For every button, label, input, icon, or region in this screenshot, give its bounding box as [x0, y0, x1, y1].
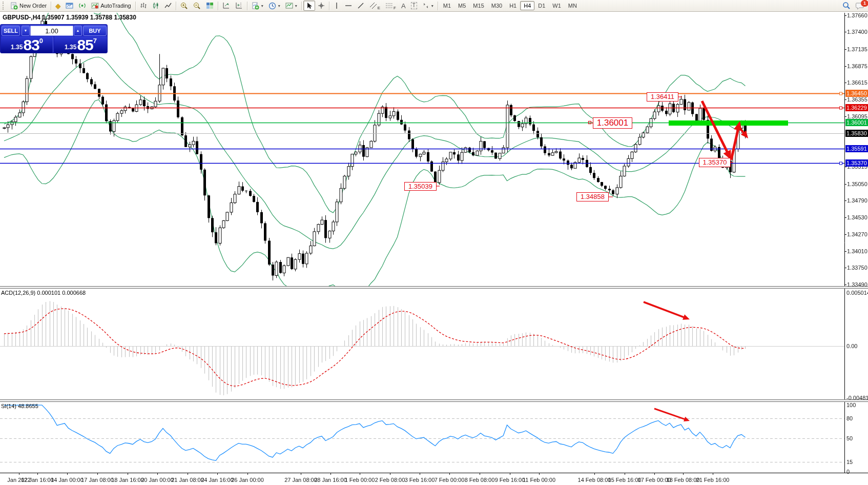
chart-shift-button[interactable]: [233, 1, 245, 11]
channel-tool-button[interactable]: E: [367, 1, 383, 11]
fibonacci-letter: F: [394, 6, 396, 10]
price-tick: 1.33490: [847, 281, 868, 288]
trendline-tool-button[interactable]: [355, 1, 367, 11]
gold-tag-icon: ◆: [55, 3, 60, 9]
clock-icon: [268, 2, 276, 10]
template-icon: [285, 2, 293, 9]
search-button[interactable]: [840, 1, 853, 11]
notifications-button[interactable]: 1: [853, 1, 867, 11]
autotrading-icon: [91, 2, 99, 9]
templates-button[interactable]: ▾: [283, 1, 300, 11]
cursor-tool-button[interactable]: [303, 1, 315, 11]
zoom-out-icon: [193, 2, 201, 10]
indicators-button[interactable]: ▾: [249, 1, 266, 11]
rsi-axis-label: 80: [846, 415, 853, 421]
new-order-label: New Order: [19, 3, 47, 9]
zoom-in-button[interactable]: [178, 1, 191, 11]
volume-decrease-button[interactable]: ▼: [22, 26, 30, 36]
auto-scroll-icon: [222, 2, 230, 9]
timeframe-m15[interactable]: M15: [469, 1, 487, 10]
channel-icon: [369, 2, 378, 9]
text-tool-button[interactable]: A: [399, 1, 408, 11]
toolbar-grip[interactable]: [3, 2, 6, 10]
fibonacci-tool-button[interactable]: F: [383, 1, 399, 11]
arrows-tool-icon: [422, 2, 429, 9]
horizontal-line-icon: [345, 3, 352, 9]
price-callout[interactable]: 1.36411: [647, 92, 678, 102]
price-callout[interactable]: 1.36001: [593, 117, 632, 129]
zoom-out-button[interactable]: [191, 1, 203, 11]
arrows-tool-button[interactable]: ▾: [420, 1, 436, 11]
volume-increase-button[interactable]: ▲: [74, 26, 82, 36]
timeframe-mn[interactable]: MN: [565, 1, 581, 10]
rsi-axis-label: 15: [846, 459, 853, 465]
price-tick: 1.34530: [847, 214, 868, 220]
timeframe-w1[interactable]: W1: [549, 1, 565, 10]
timeframe-m1[interactable]: M1: [440, 1, 454, 10]
rsi-indicator-label: SI(14) 48.8655: [1, 403, 38, 409]
indicators-icon: [252, 2, 259, 10]
bar-chart-mode-button[interactable]: [137, 1, 150, 11]
sell-price-base: 1.35: [11, 44, 23, 51]
price-alert-button[interactable]: ◆: [53, 1, 63, 11]
search-icon: [842, 2, 851, 10]
price-badge: 1.35591: [845, 145, 868, 152]
timeframe-m5[interactable]: M5: [454, 1, 469, 10]
new-order-icon: [10, 2, 18, 10]
toolbar: New Order ◆ AutoTrading ▾ ▾ ▾ E F A T ▾ …: [0, 0, 868, 12]
timeframe-h4[interactable]: H4: [520, 1, 534, 10]
chart-canvas[interactable]: [0, 0, 868, 485]
text-label-icon: T: [411, 2, 417, 9]
candlestick-icon: [152, 2, 159, 9]
sell-price[interactable]: 1.35830: [1, 36, 53, 53]
price-callout[interactable]: 1.35039: [404, 182, 437, 191]
price-tick: 1.36875: [847, 63, 868, 69]
price-tick: 1.37135: [847, 46, 868, 52]
buy-price-base: 1.35: [65, 44, 76, 51]
price-tick: 1.34270: [847, 231, 868, 237]
chart-title: GBPUSD-,H4 1.35907 1.35939 1.35788 1.358…: [3, 14, 136, 21]
timeframe-d1[interactable]: D1: [534, 1, 549, 10]
pane-separator[interactable]: [0, 399, 868, 402]
line-chart-mode-button[interactable]: [162, 1, 174, 11]
time-axis-label: 11 Feb 00:00: [520, 477, 558, 483]
price-tick: 1.36355: [847, 96, 868, 103]
sell-button[interactable]: SELL: [2, 26, 20, 36]
buy-button[interactable]: BUY: [83, 26, 107, 36]
timeframe-h1[interactable]: H1: [506, 1, 520, 10]
price-tick: 1.35050: [847, 181, 868, 187]
buy-price-pips: 85: [77, 38, 93, 52]
signals-button[interactable]: [76, 1, 89, 11]
line-chart-icon: [164, 2, 172, 9]
price-badge: 1.35830: [845, 130, 868, 137]
sell-price-pips: 83: [23, 38, 39, 52]
signal-icon: [78, 2, 86, 9]
vertical-line-icon: [334, 2, 340, 9]
buy-price[interactable]: 1.35857: [54, 36, 107, 53]
candlestick-mode-button[interactable]: [150, 1, 162, 11]
price-callout[interactable]: 1.35370: [699, 158, 731, 167]
macd-indicator-label: ACD(12,26,9) 0.000101 0.000668: [1, 290, 86, 296]
price-badge: 1.36450: [845, 90, 868, 97]
auto-scroll-button[interactable]: [220, 1, 233, 11]
fibonacci-icon: [385, 2, 394, 9]
autotrading-button[interactable]: AutoTrading: [89, 1, 134, 11]
vertical-line-tool-button[interactable]: [331, 1, 342, 11]
text-label-tool-button[interactable]: T: [408, 1, 420, 11]
periods-clock-button[interactable]: ▾: [266, 1, 283, 11]
price-tick: 1.37660: [847, 12, 868, 18]
tile-windows-button[interactable]: [203, 1, 216, 11]
price-tick: 1.33750: [847, 265, 868, 271]
crosshair-tool-button[interactable]: [315, 1, 327, 11]
pane-separator[interactable]: [0, 286, 868, 289]
price-tick: 1.34010: [847, 248, 868, 254]
volume-input[interactable]: [30, 26, 73, 36]
time-axis-label: 26 Jan 00:00: [229, 477, 266, 483]
notification-badge: 1: [861, 0, 868, 7]
timeframe-m30[interactable]: M30: [488, 1, 506, 10]
price-callout[interactable]: 1.34858: [576, 192, 609, 201]
horizontal-line-tool-button[interactable]: [342, 1, 355, 11]
new-order-button[interactable]: New Order: [8, 1, 49, 11]
macd-axis-label: 0.00: [846, 343, 857, 349]
terminal-button[interactable]: [63, 1, 76, 11]
